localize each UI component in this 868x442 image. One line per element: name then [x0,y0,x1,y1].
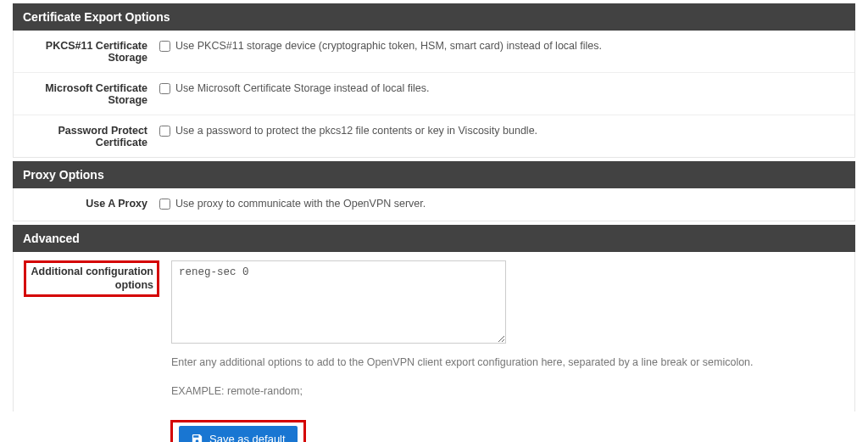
checkbox-password-protect[interactable] [159,126,170,137]
label-password-protect: Password Protect Certificate [24,124,159,148]
highlight-additional-config-label: Additional configuration options [24,260,159,298]
section-header-cert-export: Certificate Export Options [13,3,855,31]
section-body-cert-export: PKCS#11 Certificate Storage Use PKCS#11 … [13,31,855,158]
save-as-default-button[interactable]: Save as default [179,426,298,442]
highlight-save-button: Save as default [170,420,306,442]
section-header-advanced: Advanced [13,225,855,252]
checkbox-wrap-msstore[interactable]: Use Microsoft Certificate Storage instea… [159,81,844,97]
help-text-2: EXAMPLE: remote-random; [171,383,844,400]
save-icon [191,433,203,442]
desc-pkcs11: Use PKCS#11 storage device (cryptographi… [175,39,602,54]
checkbox-wrap-use-proxy[interactable]: Use proxy to communicate with the OpenVP… [159,197,844,212]
row-use-proxy: Use A Proxy Use proxy to communicate wit… [14,188,854,221]
section-body-proxy: Use A Proxy Use proxy to communicate wit… [13,188,855,221]
label-additional-config: Additional configuration options [30,265,153,294]
section-header-proxy: Proxy Options [13,161,855,188]
button-row: Save as default [13,411,855,442]
checkbox-pkcs11[interactable] [159,41,170,52]
row-pkcs11: PKCS#11 Certificate Storage Use PKCS#11 … [14,31,854,72]
checkbox-wrap-password-protect[interactable]: Use a password to protect the pkcs12 fil… [159,124,844,139]
checkbox-wrap-pkcs11[interactable]: Use PKCS#11 storage device (cryptographi… [159,39,844,54]
save-button-label: Save as default [209,433,286,442]
checkbox-msstore[interactable] [159,83,170,94]
label-pkcs11: PKCS#11 Certificate Storage [24,39,159,64]
desc-msstore: Use Microsoft Certificate Storage instea… [175,81,429,97]
section-body-advanced: Additional configuration options Enter a… [13,252,855,412]
checkbox-use-proxy[interactable] [159,199,170,210]
desc-use-proxy: Use proxy to communicate with the OpenVP… [175,197,426,212]
label-msstore: Microsoft Certificate Storage [24,81,159,106]
row-additional-config: Additional configuration options Enter a… [14,252,854,412]
help-text-1: Enter any additional options to add to t… [171,355,844,371]
row-password-protect: Password Protect Certificate Use a passw… [14,115,854,157]
label-use-proxy: Use A Proxy [24,197,159,212]
textarea-additional-config[interactable] [171,260,506,344]
row-msstore: Microsoft Certificate Storage Use Micros… [14,72,854,115]
desc-password-protect: Use a password to protect the pkcs12 fil… [175,124,537,139]
